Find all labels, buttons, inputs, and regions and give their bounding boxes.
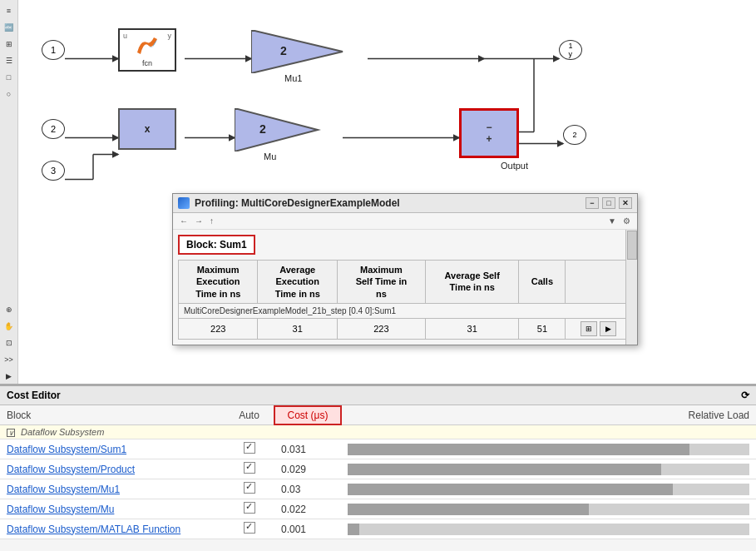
row-3-bar-container — [348, 504, 749, 515]
table-row-0[interactable]: Dataflow Subsystem/Sum1 0.031 — [0, 439, 756, 459]
toolbar-btn-1[interactable]: ≡ — [2, 3, 17, 18]
output-label: Output — [501, 161, 528, 171]
toolbar-btn-6[interactable]: ○ — [2, 87, 17, 102]
fcn-sublabel2: y — [168, 32, 172, 40]
toolbar-btn-5[interactable]: □ — [2, 70, 17, 85]
matlab-icon — [134, 32, 161, 59]
dialog-close-btn[interactable]: ✕ — [619, 197, 632, 209]
profiling-dialog: Profiling: MultiCoreDesignerExampleModel… — [172, 193, 638, 345]
row-1-bar-fill — [348, 464, 661, 475]
dialog-up-btn[interactable]: ↑ — [208, 216, 215, 226]
row-2-block: Dataflow Subsystem/Mu1 — [0, 479, 225, 499]
row-2-bar-container — [348, 484, 749, 495]
x-block[interactable]: x — [118, 108, 176, 150]
mu1-block[interactable]: 2 Mu1 — [251, 30, 368, 76]
input-block-2[interactable]: 2 — [42, 119, 65, 139]
fcn-block[interactable]: u y fcn — [118, 28, 176, 72]
simulink-diagram: 1 2 3 u y fcn — [18, 0, 756, 384]
cell-avg-exec: 31 — [258, 318, 337, 339]
row-2-block-link[interactable]: Dataflow Subsystem/Mu1 — [7, 484, 120, 495]
toolbar-btn-terminal[interactable]: ▶ — [2, 369, 17, 384]
row-2-bar-fill — [348, 484, 673, 495]
dialog-dropdown-btn[interactable]: ▼ — [606, 216, 618, 226]
toolbar-btn-4[interactable]: ☰ — [2, 53, 17, 68]
row-2-checkbox[interactable] — [244, 482, 255, 494]
profile-data-row: 223 31 223 31 51 ⊞ ▶ — [179, 318, 632, 339]
main-container: ≡ 🔤 ⊞ ☰ □ ○ ⊕ ✋ ⊡ >> ▶ — [0, 0, 756, 551]
row-3-bar — [341, 499, 756, 519]
col-calls: Calls — [519, 261, 566, 304]
row-1-bar-container — [348, 464, 749, 475]
input-block-3[interactable]: 3 — [42, 161, 65, 181]
fcn-label: fcn — [142, 59, 152, 67]
table-row-1[interactable]: Dataflow Subsystem/Product 0.029 — [0, 459, 756, 479]
row-1-checkbox[interactable] — [244, 462, 255, 474]
table-row-4[interactable]: Dataflow Subsystem/MATLAB Function 0.001 — [0, 519, 756, 539]
expand-icon[interactable]: ∨ — [7, 429, 15, 437]
row-4-bar-fill — [348, 524, 359, 535]
row-3-block: Dataflow Subsystem/Mu — [0, 499, 225, 519]
input-3-label: 3 — [51, 166, 56, 176]
th-relative-load: Relative Load — [341, 406, 756, 424]
row-4-block: Dataflow Subsystem/MATLAB Function — [0, 519, 225, 539]
col-avg-self: Average SelfTime in ns — [425, 261, 519, 304]
row-0-block-link[interactable]: Dataflow Subsystem/Sum1 — [7, 444, 126, 455]
scroll-thumb — [627, 231, 637, 260]
output-block-2[interactable]: 2 — [563, 125, 586, 145]
dialog-maximize-btn[interactable]: □ — [602, 197, 615, 209]
action-btn-1[interactable]: ⊞ — [581, 321, 597, 336]
row-0-block: Dataflow Subsystem/Sum1 — [0, 439, 225, 459]
action-btn-2[interactable]: ▶ — [600, 321, 616, 336]
cost-editor-header: Cost Editor ⟳ — [0, 386, 756, 405]
toolbar-btn-zoom[interactable]: ⊕ — [2, 302, 17, 317]
cost-editor-icon[interactable]: ⟳ — [741, 390, 749, 401]
col-max-exec: MaximumExecutionTime in ns — [179, 261, 258, 304]
row-2-auto — [225, 479, 274, 499]
row-1-cost: 0.029 — [274, 459, 341, 479]
row-2-cost: 0.03 — [274, 479, 341, 499]
cell-actions: ⊞ ▶ — [566, 318, 632, 339]
row-4-checkbox[interactable] — [244, 522, 255, 534]
row-4-bar — [341, 519, 756, 539]
cell-max-self: 223 — [337, 318, 425, 339]
toolbar-btn-2[interactable]: 🔤 — [2, 20, 17, 35]
dialog-controls: − □ ✕ — [586, 197, 632, 209]
dialog-minimize-btn[interactable]: − — [586, 197, 599, 209]
dialog-config-btn[interactable]: ⚙ — [621, 216, 632, 226]
toolbar-btn-3[interactable]: ⊞ — [2, 37, 17, 52]
row-2-bar — [341, 479, 756, 499]
dialog-icon — [178, 197, 190, 209]
row-4-block-link[interactable]: Dataflow Subsystem/MATLAB Function — [7, 524, 180, 535]
output-2-label: 2 — [572, 131, 576, 139]
mu-label: Mu — [264, 151, 276, 161]
dialog-scrollbar[interactable] — [625, 230, 637, 345]
dialog-back-btn[interactable]: ← — [178, 216, 190, 226]
output-block-1[interactable]: 1y — [559, 40, 582, 60]
cell-avg-self: 31 — [425, 318, 519, 339]
dialog-forward-btn[interactable]: → — [193, 216, 205, 226]
cell-max-exec: 223 — [179, 318, 258, 339]
toolbar-btn-pan[interactable]: ✋ — [2, 319, 17, 334]
sum-block[interactable]: − + — [459, 108, 519, 158]
group-label: Dataflow Subsystem — [21, 427, 104, 437]
row-0-checkbox[interactable] — [244, 442, 255, 454]
simulink-canvas-area: ≡ 🔤 ⊞ ☰ □ ○ ⊕ ✋ ⊡ >> ▶ — [0, 0, 756, 385]
toolbar-btn-fit[interactable]: ⊡ — [2, 335, 17, 350]
table-row-3[interactable]: Dataflow Subsystem/Mu 0.022 — [0, 499, 756, 519]
row-3-block-link[interactable]: Dataflow Subsystem/Mu — [7, 504, 114, 515]
mu-block[interactable]: 2 Mu — [235, 108, 343, 154]
profile-table: MaximumExecutionTime in ns AverageExecut… — [178, 260, 632, 340]
toolbar-btn-more[interactable]: >> — [2, 352, 17, 367]
input-block-1[interactable]: 1 — [42, 40, 65, 60]
row-3-checkbox[interactable] — [244, 502, 255, 514]
row-0-auto — [225, 439, 274, 459]
mu1-label: Mu1 — [284, 73, 302, 83]
table-row-2[interactable]: Dataflow Subsystem/Mu1 0.03 — [0, 479, 756, 499]
dialog-titlebar: Profiling: MultiCoreDesignerExampleModel… — [173, 194, 637, 213]
svg-marker-15 — [251, 30, 343, 73]
svg-text:2: 2 — [280, 44, 287, 57]
row-1-block-link[interactable]: Dataflow Subsystem/Product — [7, 464, 135, 475]
cost-editor-title: Cost Editor — [7, 390, 61, 401]
output-1-label: 1y — [568, 42, 572, 58]
row-3-auto — [225, 499, 274, 519]
